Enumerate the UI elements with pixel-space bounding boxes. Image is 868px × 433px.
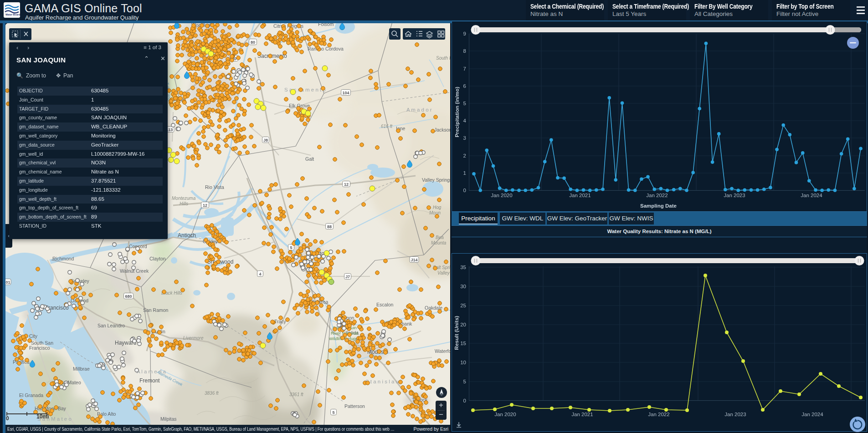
svg-text:Rio Vista: Rio Vista [205,184,224,190]
svg-text:10mi: 10mi [36,413,49,420]
svg-text:Jackson: Jackson [434,127,450,132]
svg-text:San Ramon: San Ramon [143,307,169,313]
svg-text:Antioch: Antioch [178,232,196,239]
svg-text:Moun: Moun [429,210,441,215]
svg-text:3361 ft: 3361 ft [289,392,304,397]
svg-text:Mounta: Mounta [431,240,447,245]
svg-text:El Granada: El Granada [19,392,43,398]
svg-text:88: 88 [327,224,332,229]
svg-text:A m a d o r: A m a d o r [406,107,432,112]
svg-text:Rancho Cordova: Rancho Cordova [308,46,344,51]
svg-text:S t a n i s l a u s: S t a n i s l a u s [365,379,403,384]
svg-text:12: 12 [203,203,207,208]
svg-text:Patterson: Patterson [344,403,365,409]
svg-text:Hills: Hills [180,201,188,206]
svg-text:San Leandro: San Leandro [98,323,125,328]
svg-text:J8: J8 [263,138,268,143]
svg-text:680: 680 [125,294,132,299]
svg-text:80: 80 [251,40,255,45]
svg-text:Montezuma: Montezuma [172,196,196,201]
svg-text:Valley Springs: Valley Springs [422,177,450,183]
svg-text:Valley: Valley [437,270,450,275]
svg-text:5: 5 [332,410,334,415]
svg-text:Francisco: Francisco [29,345,50,351]
svg-text:101: 101 [5,280,10,285]
svg-text:Milpitas: Milpitas [160,416,177,422]
svg-text:Clayton: Clayton [149,256,166,261]
svg-text:3836 ft: 3836 ft [205,391,219,396]
svg-text:Galt: Galt [305,156,314,162]
svg-text:12: 12 [344,182,349,187]
svg-text:Bea: Bea [436,235,444,240]
svg-text:Livermore: Livermore [183,336,204,341]
svg-text:J7: J7 [345,275,350,279]
svg-text:J14: J14 [411,258,417,262]
svg-text:Escalon: Escalon [376,302,394,307]
svg-text:Waterford: Waterford [435,348,450,354]
svg-text:Fremont: Fremont [139,377,160,384]
svg-text:5: 5 [290,245,292,250]
svg-text:104: 104 [342,91,349,95]
svg-text:South Fork: South Fork [436,56,450,61]
svg-text:616 ft: 616 ft [381,124,393,129]
svg-text:Millbrae: Millbrae [73,366,90,372]
svg-text:0: 0 [6,415,9,422]
svg-text:Water Boards: Water Boards [5,13,20,16]
svg-text:4: 4 [259,272,261,276]
svg-text:Folsom: Folsom [318,23,334,27]
svg-text:Richmond: Richmond [52,256,74,261]
svg-text:Hog: Hog [433,205,442,210]
